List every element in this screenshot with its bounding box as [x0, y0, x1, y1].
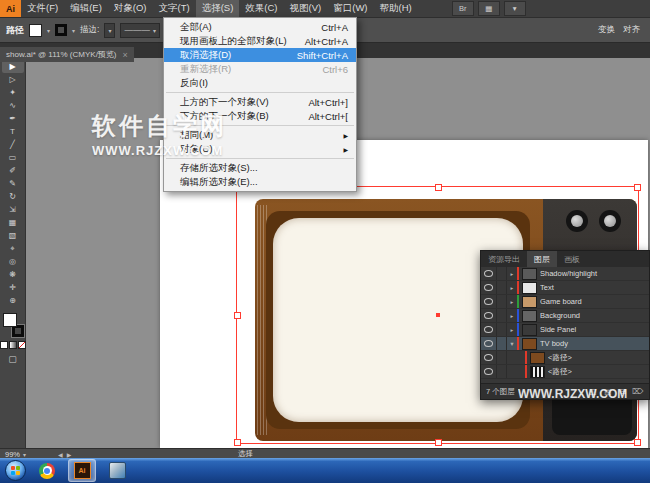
- rotate-tool[interactable]: ↻: [2, 190, 24, 203]
- menu-item-object[interactable]: 对象(O) ▶: [164, 142, 356, 156]
- menu-view[interactable]: 视图(V): [284, 0, 328, 17]
- selection-handle-w[interactable]: [234, 312, 241, 319]
- path-name[interactable]: <路径>: [548, 353, 649, 363]
- visibility-eye-icon[interactable]: [481, 295, 497, 308]
- align-link[interactable]: 对齐: [623, 24, 640, 36]
- layer-row[interactable]: ▸ Game board: [481, 295, 649, 309]
- gradient-tool[interactable]: ▧: [2, 229, 24, 242]
- workspace-switcher-chevron-icon[interactable]: ▾: [504, 1, 526, 16]
- expand-icon[interactable]: ▸: [507, 285, 517, 291]
- layer-thumbnail[interactable]: [522, 324, 537, 336]
- stroke-chevron-icon[interactable]: ▾: [72, 27, 75, 34]
- transform-link[interactable]: 变换: [598, 24, 615, 36]
- expand-icon[interactable]: ▸: [507, 271, 517, 277]
- expand-icon[interactable]: ▼: [507, 341, 517, 347]
- layer-name[interactable]: Text: [540, 283, 649, 292]
- layer-thumbnail[interactable]: [522, 296, 537, 308]
- lock-toggle[interactable]: [497, 281, 507, 294]
- layer-row-path[interactable]: <路径>: [481, 365, 649, 379]
- zoom-tool[interactable]: ⊕: [2, 294, 24, 307]
- lock-toggle[interactable]: [497, 309, 507, 322]
- menu-item-all-on-artboard[interactable]: 现用画板上的全部对象(L) Alt+Ctrl+A: [164, 34, 356, 48]
- prev-artboard-icon[interactable]: ◀: [58, 451, 63, 458]
- make-mask-icon[interactable]: ◫: [587, 387, 599, 396]
- close-icon[interactable]: ×: [123, 50, 128, 60]
- menu-object[interactable]: 对象(O): [108, 0, 153, 17]
- layer-row[interactable]: ▸ Side Panel: [481, 323, 649, 337]
- screen-mode-button[interactable]: ▢: [8, 354, 17, 364]
- layer-row[interactable]: ▸ Shadow/highlight: [481, 267, 649, 281]
- taskbar-browser-button[interactable]: [34, 460, 60, 481]
- layer-name[interactable]: Shadow/highlight: [540, 269, 649, 278]
- selection-handle-sw[interactable]: [234, 439, 241, 446]
- layer-row[interactable]: ▸ Text: [481, 281, 649, 295]
- blend-tool[interactable]: ◎: [2, 255, 24, 268]
- stroke-weight-dropdown[interactable]: ▾: [104, 23, 115, 38]
- color-button[interactable]: [0, 341, 8, 349]
- layer-row[interactable]: ▸ Background: [481, 309, 649, 323]
- pencil-tool[interactable]: ✎: [2, 177, 24, 190]
- menu-effect[interactable]: 效果(C): [239, 0, 283, 17]
- menu-item-next-object-below[interactable]: 下方的下一个对象(B) Alt+Ctrl+[: [164, 109, 356, 123]
- expand-icon[interactable]: ▸: [507, 299, 517, 305]
- layer-name[interactable]: TV body: [540, 339, 649, 348]
- type-tool[interactable]: T: [2, 125, 24, 138]
- eyedropper-tool[interactable]: ⌖: [2, 242, 24, 255]
- delete-layer-icon[interactable]: ⌦: [632, 387, 644, 396]
- new-layer-icon[interactable]: ⊞: [617, 387, 629, 396]
- path-name[interactable]: <路径>: [548, 367, 649, 377]
- lock-toggle[interactable]: [497, 295, 507, 308]
- paintbrush-tool[interactable]: ✐: [2, 164, 24, 177]
- lock-toggle[interactable]: [497, 267, 507, 280]
- tab-artboards[interactable]: 画板: [557, 251, 587, 267]
- selection-handle-s[interactable]: [435, 439, 442, 446]
- brush-definition-dropdown[interactable]: ———▾: [120, 23, 160, 38]
- menu-edit[interactable]: 编辑(E): [64, 0, 108, 17]
- selection-handle-se[interactable]: [634, 439, 641, 446]
- menu-item-same[interactable]: 相同(M) ▶: [164, 128, 356, 142]
- menu-item-next-object-above[interactable]: 上方的下一个对象(V) Alt+Ctrl+]: [164, 95, 356, 109]
- menu-window[interactable]: 窗口(W): [327, 0, 373, 17]
- menu-help[interactable]: 帮助(H): [374, 0, 418, 17]
- layer-row-tv-body[interactable]: ▼ TV body: [481, 337, 649, 351]
- selection-handle-ne[interactable]: [634, 184, 641, 191]
- taskbar-illustrator-button[interactable]: Ai: [68, 459, 96, 482]
- selection-handle-n[interactable]: [435, 184, 442, 191]
- scale-tool[interactable]: ⇲: [2, 203, 24, 216]
- none-button[interactable]: [18, 341, 26, 349]
- direct-selection-tool[interactable]: ▷: [2, 73, 24, 86]
- visibility-eye-icon[interactable]: [481, 337, 497, 350]
- symbol-sprayer-tool[interactable]: ❋: [2, 268, 24, 281]
- start-button[interactable]: [5, 460, 26, 481]
- tab-asset-export[interactable]: 资源导出: [481, 251, 527, 267]
- document-tab[interactable]: show.ai* @ 111% (CMYK/预览) ×: [0, 47, 134, 62]
- tab-layers[interactable]: 图层: [527, 251, 557, 267]
- next-artboard-icon[interactable]: ▶: [67, 451, 72, 458]
- bridge-icon[interactable]: Br: [452, 1, 474, 16]
- taskbar-app-button[interactable]: [104, 460, 130, 481]
- magic-wand-tool[interactable]: ✦: [2, 86, 24, 99]
- layer-name[interactable]: Game board: [540, 297, 649, 306]
- lock-toggle[interactable]: [497, 351, 507, 364]
- lock-toggle[interactable]: [497, 337, 507, 350]
- visibility-eye-icon[interactable]: [481, 281, 497, 294]
- path-thumbnail[interactable]: [530, 366, 545, 378]
- arrange-documents-icon[interactable]: ▦: [478, 1, 500, 16]
- new-sublayer-icon[interactable]: ▤: [602, 387, 614, 396]
- menu-item-edit-selection[interactable]: 编辑所选对象(E)...: [164, 175, 356, 189]
- layer-row-path[interactable]: <路径>: [481, 351, 649, 365]
- menu-item-save-selection[interactable]: 存储所选对象(S)...: [164, 161, 356, 175]
- menu-type[interactable]: 文字(T): [153, 0, 196, 17]
- hand-tool[interactable]: ✛: [2, 281, 24, 294]
- stroke-swatch[interactable]: [55, 24, 67, 36]
- fill-swatch[interactable]: [29, 24, 42, 37]
- fill-chevron-icon[interactable]: ▾: [47, 27, 50, 34]
- line-segment-tool[interactable]: ╱: [2, 138, 24, 151]
- lock-toggle[interactable]: [497, 365, 507, 378]
- visibility-eye-icon[interactable]: [481, 365, 497, 378]
- expand-icon[interactable]: ▸: [507, 327, 517, 333]
- pen-tool[interactable]: ✒: [2, 112, 24, 125]
- menu-item-select-all[interactable]: 全部(A) Ctrl+A: [164, 20, 356, 34]
- mesh-tool[interactable]: ▦: [2, 216, 24, 229]
- lasso-tool[interactable]: ∿: [2, 99, 24, 112]
